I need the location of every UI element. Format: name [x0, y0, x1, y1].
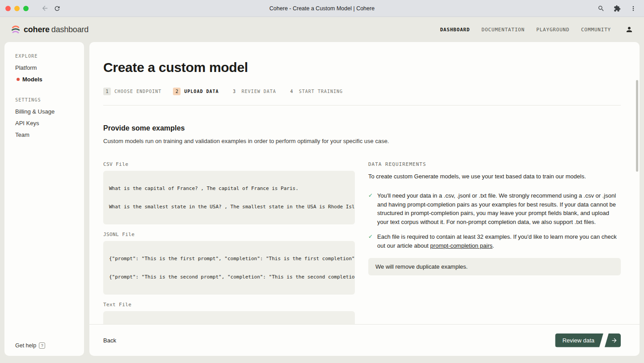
sidebar-section-explore: EXPLORE: [15, 54, 84, 59]
back-button[interactable]: Back: [103, 337, 116, 344]
back-arrow-icon: [41, 4, 49, 12]
get-help-link[interactable]: Get help ?: [15, 342, 84, 349]
stepper: 1 CHOOSE ENDPOINT 2 UPLOAD DATA 3 REVIEW…: [103, 88, 621, 95]
cohere-logo-icon: [11, 25, 21, 34]
sidebar-item-team[interactable]: Team: [15, 131, 84, 138]
minimize-window-button[interactable]: [14, 6, 20, 11]
reload-icon: [54, 5, 61, 12]
browser-search-button[interactable]: [595, 2, 607, 15]
text-file-label: Text File: [103, 302, 355, 308]
requirements-intro: To create custom Generate models, we use…: [368, 173, 621, 180]
browser-chrome: Cohere - Create a Custom Model | Cohere: [0, 0, 644, 17]
close-window-button[interactable]: [5, 6, 11, 11]
sidebar-item-models[interactable]: Models: [15, 76, 84, 83]
puzzle-icon: [614, 5, 621, 12]
review-data-arrow-button[interactable]: [605, 333, 621, 347]
sidebar: EXPLORE Platform Models SETTINGS Billing…: [4, 42, 84, 356]
jsonl-file-label: JSONL File: [103, 232, 355, 237]
wizard-footer: Back Review data: [89, 324, 640, 356]
kebab-menu-icon: [630, 5, 637, 12]
account-button[interactable]: [625, 25, 633, 34]
check-icon: ✓: [368, 232, 373, 250]
help-icon: ?: [39, 342, 45, 349]
duplicate-note: We will remove duplicate examples.: [368, 258, 621, 275]
cohere-logo[interactable]: coheredashboard: [11, 25, 88, 34]
step-upload-data[interactable]: 2 UPLOAD DATA: [173, 88, 219, 95]
top-navigation: DASHBOARD DOCUMENTATION PLAYGROUND COMMU…: [440, 25, 633, 34]
csv-file-label: CSV File: [103, 161, 355, 167]
main-scrollbar[interactable]: [636, 80, 638, 172]
main-panel: Create a custom model 1 CHOOSE ENDPOINT …: [89, 42, 640, 356]
sidebar-section-settings: SETTINGS: [15, 97, 84, 102]
requirement-item: ✓ Each file is required to contain at le…: [368, 232, 621, 250]
check-icon: ✓: [368, 191, 373, 226]
nav-dashboard[interactable]: DASHBOARD: [440, 27, 470, 33]
requirement-text: You'll need your data in a .csv, .jsonl …: [377, 191, 621, 226]
step-review-data[interactable]: 3 REVIEW DATA: [231, 88, 276, 95]
csv-example-box: What is the capital of France? , The cap…: [103, 171, 355, 224]
nav-community[interactable]: COMMUNITY: [581, 27, 611, 33]
section-description: Custom models run on training and valida…: [103, 138, 621, 144]
person-icon: [625, 25, 633, 34]
arrow-right-icon: [611, 337, 618, 344]
browser-back-button[interactable]: [38, 2, 51, 15]
browser-tab-title: Cohere - Create a Custom Model | Cohere: [0, 5, 644, 12]
data-requirements-heading: DATA REQUIREMENTS: [368, 161, 621, 167]
requirement-item: ✓ You'll need your data in a .csv, .json…: [368, 191, 621, 226]
review-data-button[interactable]: Review data: [555, 333, 603, 347]
nav-documentation[interactable]: DOCUMENTATION: [481, 27, 525, 33]
sidebar-item-platform[interactable]: Platform: [15, 64, 84, 71]
nav-playground[interactable]: PLAYGROUND: [536, 27, 569, 33]
app-header: coheredashboard DASHBOARD DOCUMENTATION …: [0, 17, 644, 42]
window-controls: [5, 6, 29, 11]
sidebar-item-billing[interactable]: Billing & Usage: [15, 108, 84, 115]
prompt-completion-pairs-link[interactable]: prompt-completion pairs: [430, 242, 492, 249]
divider: [103, 105, 621, 106]
browser-extensions-button[interactable]: [611, 2, 623, 15]
examples-column: CSV File What is the capital of France? …: [103, 161, 355, 324]
search-icon: [598, 5, 605, 12]
zoom-window-button[interactable]: [23, 6, 29, 11]
requirements-column: DATA REQUIREMENTS To create custom Gener…: [368, 161, 621, 324]
active-item-dot: [17, 78, 20, 81]
step-start-training[interactable]: 4 START TRAINING: [288, 88, 343, 95]
logo-text: coheredashboard: [24, 25, 88, 34]
browser-reload-button[interactable]: [51, 2, 63, 15]
text-example-box: Invoice: PURCHASE #0521 MERCHANT SALOMON…: [103, 311, 355, 324]
step-choose-endpoint[interactable]: 1 CHOOSE ENDPOINT: [103, 88, 161, 95]
section-heading: Provide some examples: [103, 124, 621, 132]
jsonl-example-box: {"prompt": "This is the first prompt", "…: [103, 241, 355, 295]
browser-menu-button[interactable]: [627, 2, 640, 15]
page-title: Create a custom model: [103, 60, 621, 75]
sidebar-item-api-keys[interactable]: API Keys: [15, 120, 84, 127]
requirement-text: Each file is required to contain at leas…: [377, 232, 621, 250]
